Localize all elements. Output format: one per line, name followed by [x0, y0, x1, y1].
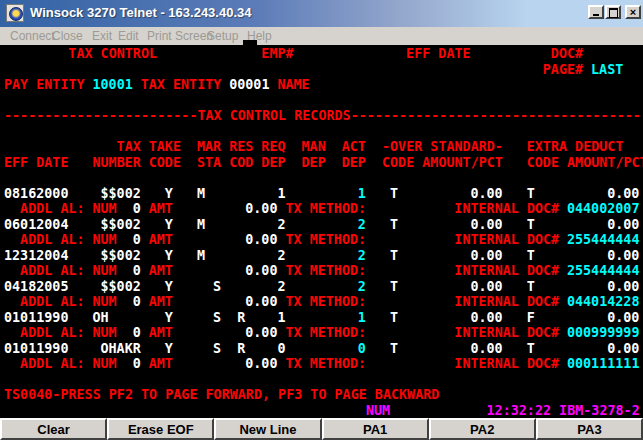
terminal-text-segment: AMT	[149, 294, 173, 310]
terminal-text-segment: 0.00	[607, 310, 639, 326]
terminal-text-segment: INTERNAL DOC#	[454, 201, 559, 217]
menu-item-print-screen[interactable]: Print Screen	[147, 29, 213, 43]
terminal-text-segment: T	[527, 186, 535, 202]
menu-bar: ConnectCloseExitEditPrint ScreenSetupHel…	[0, 27, 643, 45]
terminal-text-segment: 0.00	[470, 341, 502, 357]
keypad-button-pa1[interactable]: PA1	[322, 418, 429, 440]
terminal-text-segment: 0.00	[245, 325, 277, 341]
terminal-text-segment: CODE	[149, 155, 181, 171]
terminal-text-segment: 2	[277, 217, 285, 233]
keypad-button-pa3[interactable]: PA3	[536, 418, 643, 440]
terminal-text-segment: AMT	[149, 201, 173, 217]
terminal-text-segment: S	[213, 279, 221, 295]
terminal-text-segment: CODE AMOUNT/PCT	[382, 155, 503, 171]
terminal-text-segment: 0	[358, 341, 366, 357]
minimize-icon	[593, 14, 599, 16]
menu-item-close[interactable]: Close	[52, 29, 83, 43]
terminal-text-segment: INTERNAL DOC#	[454, 356, 559, 372]
keypad-button-new-line[interactable]: New Line	[214, 418, 321, 440]
terminal-text-segment: T	[390, 341, 398, 357]
terminal-text-segment: ADDL AL:	[20, 356, 85, 372]
menu-item-connect[interactable]: Connect	[10, 29, 55, 43]
terminal-text-segment: EFF DATE	[406, 46, 471, 62]
terminal-text-segment: F	[527, 310, 535, 326]
terminal-text-segment: NUM	[366, 403, 390, 419]
terminal-text-segment: ADDL AL:	[20, 294, 85, 310]
terminal-text-segment: $$002	[101, 217, 141, 233]
terminal-text-segment: 0	[133, 232, 141, 248]
terminal-text-segment: DEP	[302, 155, 326, 171]
terminal-text-segment: 06012004	[4, 217, 69, 233]
terminal-text-segment: 2	[277, 248, 285, 264]
terminal-screen[interactable]: TAX CONTROLEMP#EFF DATEDOC#PAGE#LASTPAY …	[0, 45, 643, 418]
terminal-text-segment: 000999999	[567, 325, 640, 341]
terminal-text-segment: 04182005	[4, 279, 69, 295]
menu-item-edit[interactable]: Edit	[118, 29, 139, 43]
terminal-text-segment: INTERNAL DOC#	[454, 325, 559, 341]
keypad-button-bar: ClearErase EOFNew LinePA1PA2PA3	[0, 418, 643, 440]
terminal-text-segment: TAKE	[149, 139, 181, 155]
close-icon: ×	[627, 7, 639, 17]
maximize-icon	[609, 8, 618, 18]
terminal-text-segment: ACT	[342, 139, 366, 155]
title-bar[interactable]: Winsock 3270 Telnet - 163.243.40.34 ×	[0, 0, 643, 27]
terminal-text-segment: MAN	[302, 139, 326, 155]
terminal-text-segment: RES	[229, 139, 253, 155]
terminal-text-segment: Y	[165, 310, 173, 326]
terminal-text-segment: 0	[277, 341, 285, 357]
terminal-text-segment: ADDL AL:	[20, 201, 85, 217]
terminal-text-segment: T	[390, 279, 398, 295]
terminal-text-segment: Y	[165, 186, 173, 202]
terminal-text-segment: TX METHOD:	[285, 325, 366, 341]
terminal-text-segment: 0.00	[607, 186, 639, 202]
globe-icon	[9, 7, 23, 21]
terminal-text-segment: 0.00	[245, 263, 277, 279]
terminal-text-segment: S	[213, 310, 221, 326]
terminal-text-segment: $$002	[101, 279, 141, 295]
terminal-text-segment: TS0040-PRESS PF2 TO PAGE FORWARD, PF3 TO…	[4, 387, 439, 403]
minimize-button[interactable]	[588, 5, 604, 19]
terminal-text-segment: T	[527, 217, 535, 233]
terminal-text-segment: TX METHOD:	[285, 356, 366, 372]
terminal-text-segment: 1	[277, 186, 285, 202]
terminal-text-segment: Y	[165, 248, 173, 264]
terminal-text-segment: T	[527, 279, 535, 295]
terminal-text-segment: 12312004	[4, 248, 69, 264]
terminal-text-segment: 044002007	[567, 201, 640, 217]
terminal-text-segment: STA	[197, 155, 221, 171]
terminal-text-segment: ADDL AL:	[20, 325, 85, 341]
keypad-button-clear[interactable]: Clear	[0, 418, 107, 440]
terminal-text-segment: 0	[133, 201, 141, 217]
terminal-text-segment: 0.00	[470, 217, 502, 233]
terminal-text-segment: 0.00	[470, 248, 502, 264]
terminal-text-segment: 0.00	[245, 232, 277, 248]
terminal-text-segment: 1	[277, 310, 285, 326]
terminal-text-segment: 2	[358, 248, 366, 264]
menu-item-setup[interactable]: Setup	[207, 29, 238, 43]
terminal-text-segment: ADDL AL:	[20, 232, 85, 248]
keypad-button-pa2[interactable]: PA2	[429, 418, 536, 440]
terminal-text-segment: AMT	[149, 356, 173, 372]
menu-item-exit[interactable]: Exit	[92, 29, 112, 43]
terminal-text-segment: T	[390, 310, 398, 326]
terminal-text-segment: DEP	[342, 155, 366, 171]
terminal-text-segment: EFF DATE	[4, 155, 69, 171]
terminal-text-segment: PAGE#	[543, 62, 583, 78]
close-button[interactable]: ×	[625, 5, 641, 19]
terminal-text-segment: 1	[358, 186, 366, 202]
terminal-text-segment: AMT	[149, 263, 173, 279]
terminal-text-segment: NUM	[92, 325, 116, 341]
terminal-text-segment: 10001	[92, 77, 132, 93]
terminal-text-segment: M	[197, 186, 205, 202]
terminal-text-segment: NAME	[277, 77, 309, 93]
terminal-text-segment: 01011990	[4, 341, 69, 357]
keypad-button-erase-eof[interactable]: Erase EOF	[107, 418, 214, 440]
terminal-text-segment: Y	[165, 279, 173, 295]
terminal-text-segment: NUM	[92, 294, 116, 310]
maximize-button[interactable]	[605, 5, 621, 19]
terminal-text-segment: 12:32:22 IBM-3278-2	[487, 403, 640, 419]
terminal-text-segment: 0.00	[245, 294, 277, 310]
terminal-text-segment: 0.00	[245, 356, 277, 372]
terminal-text-segment: TX METHOD:	[285, 201, 366, 217]
terminal-text-segment: 2	[277, 279, 285, 295]
